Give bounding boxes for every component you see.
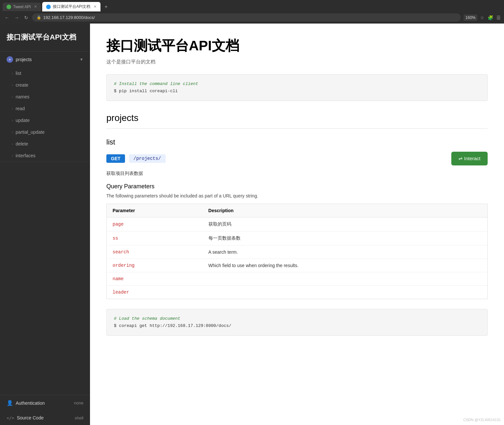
tab-favicon-1 (7, 5, 11, 9)
code-icon: </> (7, 416, 14, 420)
source-code-left: </> Source Code (7, 415, 44, 420)
sidebar-item-update[interactable]: › update (0, 114, 90, 126)
endpoint-description: 获取项目列表数据 (106, 171, 488, 177)
watermark: CSDN @YZL40514131 (463, 418, 501, 422)
authentication-item[interactable]: 👤 Authentication none (0, 395, 90, 411)
param-name: name (107, 272, 203, 286)
arrow-icon: › (12, 95, 13, 99)
sidebar-item-delete-label: delete (16, 141, 28, 146)
extensions-icon[interactable]: 🧩 (488, 15, 493, 20)
page-title: 接口测试平台API文档 (106, 37, 488, 55)
tab-1[interactable]: Tweet API ✕ (3, 3, 41, 11)
new-tab-button[interactable]: + (102, 3, 110, 11)
authentication-value: none (74, 400, 83, 405)
section-title: projects (106, 113, 488, 123)
main-layout: 接口测试平台API文档 ● projects ▼ › list › create… (0, 24, 504, 425)
bookmark-icon[interactable]: ☆ (480, 15, 484, 20)
reload-button[interactable]: ↻ (23, 14, 29, 21)
param-description (203, 272, 488, 286)
authentication-left: 👤 Authentication (7, 400, 45, 406)
table-row: ss每一页数据条数 (107, 231, 488, 246)
page-subtitle: 这个是接口平台的文档 (106, 59, 488, 65)
param-description: 获取的页码 (203, 217, 488, 231)
sidebar-item-names-label: names (16, 94, 29, 99)
params-table: Parameter Description page获取的页码ss每一页数据条数… (106, 204, 488, 299)
lock-icon: 🔒 (37, 15, 41, 20)
arrow-icon: › (12, 130, 13, 134)
tab-label-2: 接口测试平台API文档 (53, 4, 90, 9)
nav-section-projects: ● projects ▼ › list › create › names › (0, 52, 90, 162)
table-row: searchA search term. (107, 246, 488, 259)
sidebar-item-update-label: update (16, 118, 30, 123)
sidebar-item-interfaces-label: interfaces (16, 153, 36, 158)
param-name: ss (107, 231, 203, 246)
sidebar-item-list-label: list (16, 71, 21, 76)
sidebar-title: 接口测试平台API文档 (0, 24, 90, 52)
content-area: 接口测试平台API文档 这个是接口平台的文档 # Install the com… (90, 24, 504, 425)
address-bar: ← → ↻ 🔒 192.168.17.129:8000/docs/ 160% ☆… (0, 11, 504, 24)
tab-close-1[interactable]: ✕ (34, 5, 37, 9)
sidebar-item-read-label: read (16, 106, 25, 111)
param-name: search (107, 246, 203, 259)
arrow-icon: › (12, 83, 13, 87)
browser-chrome: Tweet API ✕ 接口测试平台API文档 ✕ + ← → ↻ 🔒 192.… (0, 0, 504, 24)
load-cmd: $ coreapi get http://192.168.17.129:8000… (114, 322, 480, 330)
tab-close-2[interactable]: ✕ (94, 5, 97, 9)
person-icon: 👤 (7, 400, 13, 406)
nav-section-projects-header[interactable]: ● projects ▼ (0, 52, 90, 67)
url-bar[interactable]: 🔒 192.168.17.129:8000/docs/ (32, 13, 461, 22)
param-name: ordering (107, 259, 203, 272)
arrow-icon: › (12, 154, 13, 158)
arrow-icon: › (12, 118, 13, 122)
sidebar-item-create-label: create (16, 82, 28, 88)
param-description: 每一页数据条数 (203, 231, 488, 246)
sidebar-item-partial-update-label: partial_update (16, 129, 45, 135)
table-row: name (107, 272, 488, 286)
sidebar-item-delete[interactable]: › delete (0, 138, 90, 150)
sidebar-item-interfaces[interactable]: › interfaces (0, 150, 90, 162)
table-row: page获取的页码 (107, 217, 488, 231)
sidebar-item-partial-update[interactable]: › partial_update (0, 126, 90, 138)
sidebar: 接口测试平台API文档 ● projects ▼ › list › create… (0, 24, 90, 425)
authentication-label: Authentication (16, 400, 45, 406)
query-params-title: Query Parameters (106, 183, 488, 190)
endpoint-title: list (106, 138, 115, 146)
endpoint-path: /projects/ (129, 154, 166, 163)
sidebar-item-create[interactable]: › create (0, 79, 90, 91)
tab-bar: Tweet API ✕ 接口测试平台API文档 ✕ + (0, 0, 504, 11)
projects-icon: ● (7, 56, 13, 63)
arrow-icon: › (12, 142, 13, 146)
interact-button[interactable]: ⇌ Interact (451, 152, 488, 165)
sidebar-item-list[interactable]: › list (0, 67, 90, 79)
param-name: leader (107, 286, 203, 299)
col-header-description: Description (203, 204, 488, 217)
param-description (203, 286, 488, 299)
table-row: orderingWhich field to use when ordering… (107, 259, 488, 272)
url-actions: ☆ 🧩 ☰ (480, 15, 501, 20)
endpoint-header: list (106, 138, 488, 146)
arrow-icon: › (12, 71, 13, 75)
zoom-level: 160% (463, 14, 477, 21)
param-description: Which field to use when ordering the res… (203, 259, 488, 272)
load-comment: # Load the schema document (114, 315, 480, 322)
back-button[interactable]: ← (3, 14, 10, 21)
tab-2[interactable]: 接口测试平台API文档 ✕ (42, 2, 100, 11)
query-params-desc: The following parameters should be inclu… (106, 193, 488, 198)
col-header-parameter: Parameter (107, 204, 203, 217)
sidebar-item-names[interactable]: › names (0, 91, 90, 103)
install-cmd: $ pip install coreapi-cli (114, 88, 480, 95)
param-name: page (107, 217, 203, 231)
projects-label: projects (16, 57, 80, 62)
tab-label-1: Tweet API (13, 5, 31, 9)
chevron-down-icon: ▼ (80, 57, 83, 62)
url-text: 192.168.17.129:8000/docs/ (43, 15, 95, 20)
source-code-item[interactable]: </> Source Code shell (0, 411, 90, 425)
sidebar-item-read[interactable]: › read (0, 103, 90, 114)
load-code-block: # Load the schema document $ coreapi get… (106, 309, 488, 336)
forward-button[interactable]: → (13, 14, 20, 21)
arrow-icon: › (12, 107, 13, 110)
endpoint-info: GET /projects/ (106, 154, 166, 163)
install-comment: # Install the command line client (114, 80, 480, 88)
menu-icon[interactable]: ☰ (496, 15, 501, 20)
sidebar-footer: 👤 Authentication none </> Source Code sh… (0, 395, 90, 425)
